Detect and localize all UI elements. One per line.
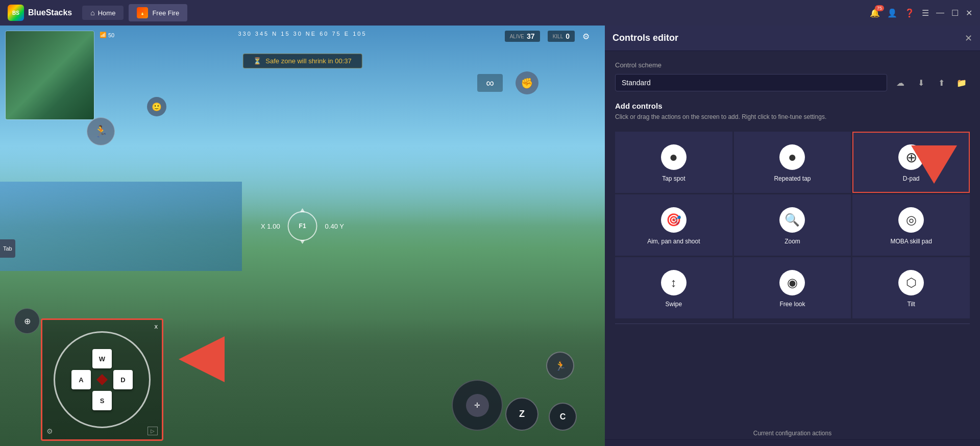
dpad-control[interactable]: x W S A D ⚙ — [41, 318, 163, 441]
free-look-label: Free look — [779, 301, 805, 308]
tilt-icon: ⬡ — [898, 270, 924, 295]
safe-zone-text: Safe zone will shrink in 00:37 — [265, 57, 351, 65]
home-icon: ⌂ — [90, 9, 94, 17]
scheme-download-icon[interactable]: ⬇ — [913, 75, 929, 91]
mini-map-bg — [6, 31, 94, 119]
emoji-button[interactable]: 🙂 — [147, 97, 166, 116]
left-action-button[interactable]: ⊕ — [14, 308, 40, 334]
bluestacks-logo-icon: BS — [8, 5, 24, 21]
dpad-drag-handle[interactable]: ▷ — [148, 427, 158, 435]
top-bar-right: 🔔 75 👤 ❓ ☰ — ☐ ✕ — [870, 8, 972, 18]
minimize-button[interactable]: — — [936, 8, 944, 17]
zoom-label: Zoom — [785, 238, 800, 245]
controls-editor-panel: Controls editor ✕ Control scheme ☁ ⬇ ⬆ 📁… — [605, 26, 980, 446]
character-icon: 🏃 — [546, 352, 574, 380]
character-run-btn[interactable]: 🏃 — [546, 352, 574, 380]
free-look-symbol: ◉ — [787, 276, 798, 290]
zoom-icon: 🔍 — [779, 207, 805, 233]
c-button[interactable]: C — [549, 403, 577, 431]
repeated-tap-label: Repeated tap — [774, 175, 811, 182]
tilt-control[interactable]: ⬡ Tilt — [852, 257, 970, 318]
tap-spot-label: Tap spot — [662, 175, 685, 182]
game-tab[interactable]: 🔥 Free Fire — [129, 4, 187, 21]
compass-hud: 330 345 N 15 30 NE 60 75 E 105 — [238, 31, 366, 37]
z-button[interactable]: Z — [505, 398, 538, 431]
config-actions-label: Current configuration actions — [605, 425, 980, 439]
scheme-icons: ☁ ⬇ ⬆ 📁 — [892, 75, 970, 91]
dpad-right-label: D — [120, 376, 125, 384]
zoom-control[interactable]: 🔍 Zoom — [734, 194, 851, 256]
scheme-cloud-icon[interactable]: ☁ — [892, 75, 909, 91]
menu-icon[interactable]: ☰ — [922, 8, 929, 18]
swipe-symbol: ↕ — [671, 276, 677, 290]
panel-topbar: Controls editor ✕ — [605, 26, 980, 51]
fist-button[interactable]: ✊ — [516, 71, 538, 94]
game-viewport: 📶 50 330 345 N 15 30 NE 60 75 E 105 ⏳ Sa… — [0, 26, 605, 446]
settings-gear-icon[interactable]: ⚙ — [582, 32, 590, 41]
moba-skill-pad-icon: ◎ — [898, 207, 924, 233]
alive-value: 37 — [527, 32, 535, 40]
close-window-button[interactable]: ✕ — [966, 8, 972, 18]
alive-label: ALIVE — [510, 34, 524, 39]
dpad-close-button[interactable]: x — [155, 323, 158, 330]
joystick-inner: ✛ — [466, 394, 489, 417]
water-bg — [0, 182, 242, 271]
tap-spot-symbol: ● — [669, 149, 678, 165]
action-buttons: Z C — [505, 398, 577, 431]
add-controls-desc: Click or drag the actions on the screen … — [615, 113, 970, 121]
maximize-button[interactable]: ☐ — [951, 8, 959, 18]
dpad-left-button[interactable]: A — [71, 370, 91, 389]
run-button[interactable]: 🏃 — [87, 117, 115, 145]
dpad-center — [96, 374, 108, 385]
scheme-folder-icon[interactable]: 📁 — [953, 75, 970, 91]
alive-stat: ALIVE 37 — [505, 31, 540, 42]
aim-pan-shoot-control[interactable]: 🎯 Aim, pan and shoot — [615, 194, 732, 256]
dpad-right-button[interactable]: D — [113, 370, 133, 389]
x-coord: X 1.00 — [261, 222, 280, 230]
dpad-cross: W S A D — [71, 349, 133, 410]
emoji-icon: 🙂 — [152, 102, 162, 112]
dpad-down-label: S — [100, 397, 105, 405]
moba-skill-pad-control[interactable]: ◎ MOBA skill pad — [852, 194, 970, 256]
wifi-value: 50 — [108, 32, 114, 38]
swipe-control[interactable]: ↕ Swipe — [615, 257, 732, 318]
coords-display: X 1.00 F1 0.40 Y — [261, 211, 344, 241]
home-tab[interactable]: ⌂ Home — [82, 6, 124, 20]
left-action-icon: ⊕ — [24, 316, 31, 326]
tab-side-button[interactable]: Tab — [0, 239, 15, 258]
scheme-upload-icon[interactable]: ⬆ — [933, 75, 949, 91]
right-joystick[interactable]: ✛ — [452, 380, 503, 431]
help-icon[interactable]: ❓ — [904, 8, 915, 18]
safe-zone-icon: ⏳ — [253, 57, 261, 65]
moba-skill-pad-label: MOBA skill pad — [890, 238, 932, 245]
tilt-symbol: ⬡ — [906, 276, 917, 290]
red-arrow-left — [179, 336, 225, 382]
hud-stats: ALIVE 37 KILL 0 ⚙ — [505, 31, 590, 42]
run-icon: 🏃 — [94, 125, 108, 138]
swipe-icon: ↕ — [661, 270, 687, 295]
repeated-tap-control[interactable]: ● Repeated tap — [734, 132, 851, 193]
tilt-label: Tilt — [907, 301, 915, 308]
bell-button[interactable]: 🔔 75 — [870, 8, 880, 18]
dpad-settings-icon[interactable]: ⚙ — [46, 427, 53, 435]
home-tab-label: Home — [98, 9, 116, 17]
account-icon[interactable]: 👤 — [887, 8, 897, 18]
repeated-tap-icon: ● — [779, 144, 805, 170]
aim-pan-shoot-icon: 🎯 — [661, 207, 687, 233]
app-title: BlueStacks — [28, 8, 72, 17]
joystick-outer: ✛ — [452, 380, 503, 431]
panel-content: Control scheme ☁ ⬇ ⬆ 📁 Add controls Clic… — [605, 51, 980, 425]
scheme-input[interactable] — [615, 74, 887, 91]
tap-spot-control[interactable]: ● Tap spot — [615, 132, 732, 193]
free-look-control[interactable]: ◉ Free look — [734, 257, 851, 318]
repeated-tap-symbol: ● — [788, 149, 797, 165]
kill-label: KILL — [553, 34, 564, 39]
red-arrow-down — [911, 145, 957, 184]
moba-symbol: ◎ — [906, 213, 917, 227]
top-bar: BS BlueStacks ⌂ Home 🔥 Free Fire 🔔 75 👤 … — [0, 0, 980, 26]
dpad-down-button[interactable]: S — [92, 391, 112, 410]
joystick-icon: ✛ — [474, 401, 480, 409]
panel-close-button[interactable]: ✕ — [965, 33, 972, 44]
dpad-up-button[interactable]: W — [92, 349, 112, 368]
control-scheme-label: Control scheme — [615, 61, 970, 69]
